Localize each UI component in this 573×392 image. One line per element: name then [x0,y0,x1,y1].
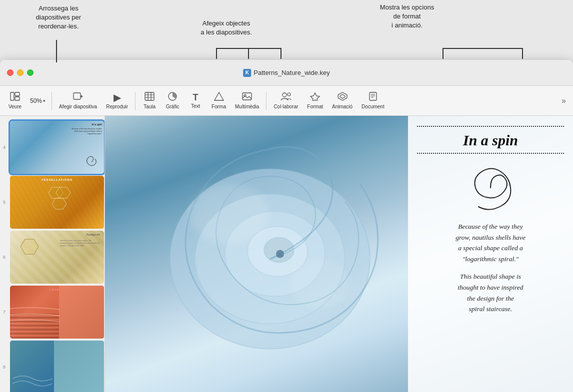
thumb-4-spiral [84,155,99,170]
slide-number-6: 6 [3,255,6,260]
slide-number-5: 5 [3,200,6,205]
slide-thumbnail-5[interactable]: 5 TESSELLATIONS [10,176,100,229]
canvas-area: In a spin Because of the way theygrow, n… [105,116,573,392]
keynote-icon: K [243,69,251,77]
slide-thumbnail-6[interactable]: 6 Perfect Fit Here are another geometric… [10,231,100,284]
svg-rect-13 [242,93,252,100]
slide-thumbnail-8[interactable]: 8 Under the surface [10,341,100,392]
svg-point-36 [190,184,270,244]
format-icon [310,92,320,102]
shape-label: Forma [212,104,226,109]
collaborate-icon [280,92,292,102]
slide-number-7: 7 [3,310,6,315]
svg-marker-18 [340,94,345,98]
thumb-8-waves [12,371,52,391]
toolbar-document[interactable]: Document [358,90,388,111]
dotted-line-top [417,126,564,127]
view-label: Veure [8,104,22,109]
toolbar-add-slide[interactable]: Afegir diapositiva [55,90,101,111]
toolbar-shape[interactable]: Forma [208,90,230,111]
slide-title: In a spin [463,132,518,149]
svg-rect-6 [145,92,154,100]
separator-2 [135,92,136,110]
slide-number-4: 4 [3,145,6,150]
toolbar-view[interactable]: Veure [4,90,26,111]
slide-thumbnail-4[interactable]: 4 In a spin Because of the way they grow… [10,121,100,174]
titlebar: K Patterns_Nature_wide.key [0,60,573,86]
svg-point-37 [290,259,350,309]
thumb-4-title: In a spin [92,123,102,126]
animation-icon [338,92,348,102]
slide-content-panel: In a spin Because of the way theygrow, n… [408,116,573,392]
toolbar-media[interactable]: Multimèdia [231,90,263,111]
collaborate-label: Col·laborar [274,104,298,109]
zoom-arrow-icon: ▾ [43,98,46,103]
svg-marker-17 [338,92,347,100]
thumb-5-hexagons [42,185,72,215]
document-icon [368,92,378,102]
svg-marker-12 [214,92,224,100]
thumb-6-pattern [15,238,45,273]
separator-3 [266,92,266,110]
slide-panel: 4 In a spin Because of the way they grow… [0,116,105,392]
annotation-center: Afegeix objectesa les diapositives. [182,19,270,37]
close-button[interactable] [7,69,14,76]
svg-rect-1 [15,92,20,96]
thumb-4-body: Because of the way they grow, nautilus s… [67,128,102,135]
thumb-6-body: Here are another geometric shapes. The h… [60,240,100,247]
media-label: Multimèdia [235,104,259,109]
toolbar-zoom[interactable]: 50% ▾ [27,95,48,106]
toolbar-play[interactable]: ▶ Reproduir [102,90,132,111]
dotted-line-bottom [417,153,564,154]
slide-thumbnail-7[interactable]: 7 LAYERS [10,286,100,339]
toolbar-table[interactable]: Taula [138,90,160,111]
app-window: K Patterns_Nature_wide.key Veure 50% ▾ [0,60,573,392]
slide-body-1: Because of the way theygrow, nautilus sh… [456,221,526,264]
toolbar-text[interactable]: T Text [184,91,206,111]
play-icon: ▶ [114,92,121,102]
svg-rect-19 [370,92,376,100]
toolbar-animation[interactable]: Animació [328,90,356,111]
svg-marker-24 [56,187,70,198]
svg-point-16 [288,93,290,96]
add-slide-label: Afegir diapositiva [59,104,97,109]
traffic-lights [7,69,34,76]
document-label: Document [362,104,384,109]
table-icon [144,92,154,102]
svg-point-15 [282,93,286,97]
play-label: Reproduir [106,104,128,109]
slide-body-2: This beautiful shape isthought to have i… [458,271,523,314]
fullscreen-button[interactable] [27,69,34,76]
slide-number-8: 8 [3,365,6,370]
chart-icon [168,92,178,102]
thumb-7-layers [10,304,60,334]
text-icon: T [193,93,198,102]
table-label: Taula [144,104,156,109]
toolbar-collaborate[interactable]: Col·laborar [270,90,302,111]
media-icon [242,92,252,102]
view-icon [10,92,20,102]
window-title: K Patterns_Nature_wide.key [243,69,330,77]
animation-label: Animació [332,104,352,109]
svg-marker-26 [20,239,38,254]
svg-point-34 [264,238,294,263]
toolbar-more-button[interactable]: » [558,94,569,107]
svg-rect-0 [10,92,14,100]
main-area: 4 In a spin Because of the way they grow… [0,116,573,392]
toolbar-format[interactable]: Format [303,90,327,111]
shell-illustration [130,116,430,392]
annotation-right: Mostra les opcionsde formati animació. [357,3,457,30]
text-label: Text [191,103,200,109]
svg-marker-25 [52,198,66,209]
toolbar: Veure 50% ▾ Afegir diapositiva ▶ Reprodu… [0,86,573,116]
shape-icon [214,92,224,102]
format-label: Format [307,104,323,109]
annotation-left: Arrossega lesdiapositives perreordenar-l… [26,4,91,31]
spiral-icon [464,162,517,214]
chart-label: Gràfic [166,104,180,109]
svg-rect-2 [15,97,20,100]
toolbar-chart[interactable]: Gràfic [162,90,184,111]
svg-rect-3 [74,93,80,99]
svg-point-35 [276,250,284,258]
minimize-button[interactable] [17,69,24,76]
